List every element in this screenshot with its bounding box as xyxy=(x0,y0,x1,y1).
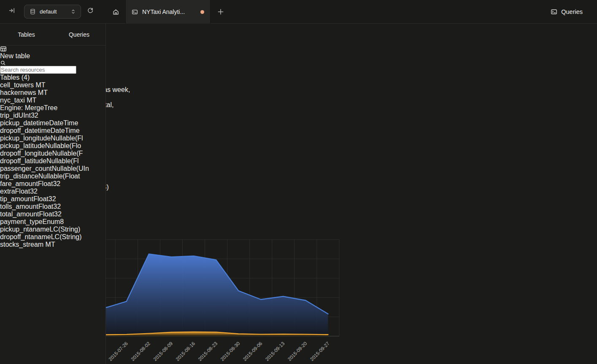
sidebar-tab-queries[interactable]: Queries xyxy=(53,24,105,45)
column-name: payment_type xyxy=(0,218,43,225)
column-type: Nullable(Float xyxy=(38,173,80,180)
column-name: dropoff_datetime xyxy=(0,127,51,134)
column-type: Enum8 xyxy=(43,218,64,225)
column-name: trip_distance xyxy=(0,173,38,180)
column-row[interactable]: dropoff_datetimeDateTime xyxy=(0,127,105,135)
query-database-select[interactable]: default xyxy=(24,5,81,19)
token: week xyxy=(113,86,128,93)
new-tab-button[interactable] xyxy=(211,0,231,24)
column-row[interactable]: pickup_ntanameLC(String) xyxy=(0,226,105,233)
table-icon xyxy=(0,46,7,52)
sidebar-search[interactable] xyxy=(0,60,105,74)
tab-nytaxi-analytics[interactable]: NYTaxi Analyti... xyxy=(125,0,211,24)
search-icon xyxy=(0,60,6,66)
engine-badge: MT xyxy=(38,89,48,96)
x-tick-label: 2015-08-30 xyxy=(220,341,241,362)
column-type: Float32 xyxy=(38,180,60,187)
engine-note: Engine: MergeTree xyxy=(0,104,105,112)
column-type: LC(String) xyxy=(49,226,80,233)
column-type: Nullable(Fl xyxy=(46,157,78,164)
column-name: pickup_longitude xyxy=(0,135,51,142)
table-row-hackernews[interactable]: hackernews MT xyxy=(0,89,105,97)
table-row-cell-towers[interactable]: cell_towers MT xyxy=(0,81,105,89)
sidebar-search-input[interactable] xyxy=(0,66,76,74)
table-row-stocks-stream[interactable]: stocks_stream MT xyxy=(0,241,105,248)
column-row[interactable]: pickup_longitudeNullable(Fl xyxy=(0,135,105,142)
tab-strip: NYTaxi Analyti... xyxy=(106,0,231,24)
column-name: pickup_latitude xyxy=(0,142,45,149)
column-name: tip_amount xyxy=(0,195,33,202)
column-row[interactable]: trip_idUInt32 xyxy=(0,112,105,119)
column-row[interactable]: fare_amountFloat32 xyxy=(0,180,105,188)
new-table-label: New table xyxy=(0,52,30,59)
x-tick-label: 2015-08-09 xyxy=(152,341,173,362)
column-name: fare_amount xyxy=(0,180,38,187)
engine-badge: MT xyxy=(35,81,45,89)
column-type: UInt32 xyxy=(19,112,38,119)
column-row[interactable]: tolls_amountFloat32 xyxy=(0,203,105,210)
new-table-button[interactable]: New table xyxy=(0,46,105,60)
column-row[interactable]: total_amountFloat32 xyxy=(0,210,105,218)
x-tick-label: 2015-07-26 xyxy=(108,341,129,362)
column-type: Float32 xyxy=(38,203,61,210)
column-row[interactable]: extraFloat32 xyxy=(0,188,105,195)
x-tick-label: 2015-08-16 xyxy=(175,341,196,362)
column-name: tolls_amount xyxy=(0,203,38,210)
x-tick-label: 2015-08-23 xyxy=(197,341,218,362)
nyc-taxi-columns: trip_idUInt32pickup_datetimeDateTimedrop… xyxy=(0,112,105,241)
queries-button[interactable]: Queries xyxy=(551,0,583,24)
home-icon xyxy=(112,8,119,16)
column-row[interactable]: trip_distanceNullable(Float xyxy=(0,173,105,180)
plus-icon xyxy=(217,8,224,16)
column-name: extra xyxy=(0,188,15,195)
column-name: trip_id xyxy=(0,112,19,119)
column-name: pickup_datetime xyxy=(0,119,49,127)
sidebar: Tables Queries New table Tables (4) cell… xyxy=(0,24,106,364)
column-name: dropoff_latitude xyxy=(0,157,46,164)
token: , xyxy=(112,101,113,108)
sidebar-tab-tables[interactable]: Tables xyxy=(0,24,53,45)
table-name: nyc_taxi xyxy=(0,97,25,104)
database-icon xyxy=(30,8,36,15)
column-row[interactable]: dropoff_longitudeNullable(F xyxy=(0,150,105,157)
column-type: LC(String) xyxy=(51,233,82,240)
column-name: dropoff_longitude xyxy=(0,150,52,157)
tab-title: NYTaxi Analyti... xyxy=(142,8,196,15)
column-type: Nullable(Flo xyxy=(45,142,81,149)
collapse-sidebar-icon[interactable] xyxy=(8,7,18,16)
x-tick-label: 2015-09-20 xyxy=(287,341,308,362)
table-row-nyc-taxi[interactable]: nyc_taxi MT xyxy=(0,97,105,104)
x-tick-label: 2015-09-13 xyxy=(265,341,286,362)
home-button[interactable] xyxy=(106,0,125,24)
token: , xyxy=(128,86,130,93)
column-row[interactable]: dropoff_ntanameLC(String) xyxy=(0,233,105,241)
table-name: cell_towers xyxy=(0,81,34,89)
column-name: dropoff_ntaname xyxy=(0,233,51,240)
sql-console-app: default NYTaxi Analyti... Queries xyxy=(0,0,597,364)
column-row[interactable]: pickup_datetimeDateTime xyxy=(0,119,105,127)
column-type: Nullable(Fl xyxy=(51,135,83,142)
table-name: hackernews xyxy=(0,89,36,96)
column-row[interactable]: passenger_countNullable(UIn xyxy=(0,165,105,173)
x-tick-label: 2015-09-27 xyxy=(309,341,330,362)
column-name: pickup_ntaname xyxy=(0,226,49,233)
chevron-updown-icon xyxy=(70,8,76,15)
column-type: Float32 xyxy=(33,195,56,202)
column-row[interactable]: dropoff_latitudeNullable(Fl xyxy=(0,157,105,165)
column-row[interactable]: payment_typeEnum8 xyxy=(0,218,105,226)
terminal-icon xyxy=(551,8,557,15)
top-bar: default NYTaxi Analyti... Queries xyxy=(0,0,597,24)
column-row[interactable]: pickup_latitudeNullable(Flo xyxy=(0,142,105,150)
column-name: passenger_count xyxy=(0,165,52,172)
sidebar-tabs: Tables Queries xyxy=(0,24,105,46)
column-name: total_amount xyxy=(0,210,39,218)
column-row[interactable]: tip_amountFloat32 xyxy=(0,195,105,203)
x-tick-label: 2015-08-02 xyxy=(130,341,151,362)
tables-list: cell_towers MT hackernews MT nyc_taxi MT… xyxy=(0,81,105,248)
refresh-icon[interactable] xyxy=(87,7,96,16)
engine-badge: MT xyxy=(27,97,36,104)
unsaved-dot xyxy=(200,10,204,14)
engine-badge: MT xyxy=(46,241,55,248)
column-type: Float32 xyxy=(15,188,38,195)
column-type: Nullable(UIn xyxy=(52,165,89,172)
